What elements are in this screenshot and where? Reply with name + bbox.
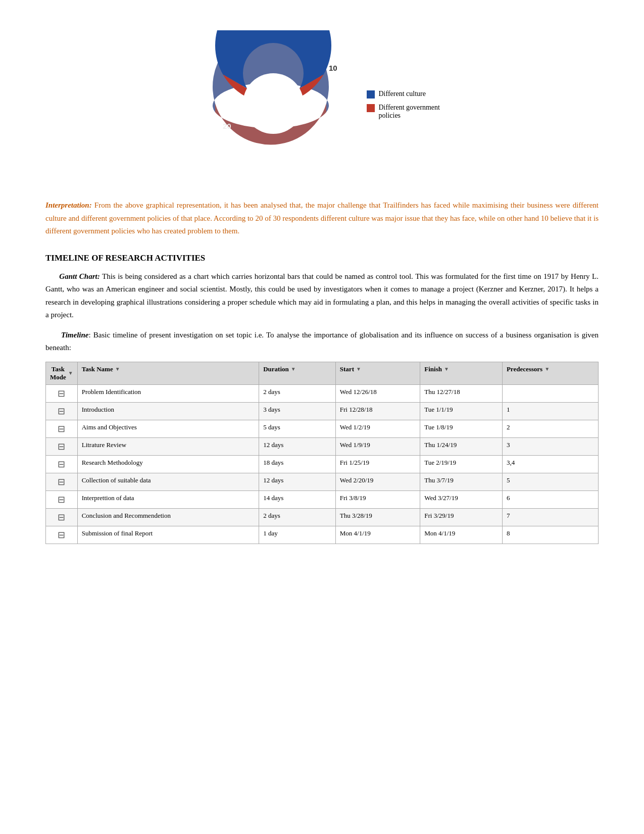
task-mode-icon: ⊟ [58,477,65,487]
task-start-cell: Mon 4/1/19 [335,526,420,544]
task-duration-cell: 12 days [259,473,336,490]
th-start[interactable]: Start ▼ [335,362,420,384]
legend-color-government [367,104,375,112]
table-row: ⊟Litrature Review12 daysWed 1/9/19Thu 1/… [46,437,599,455]
th-duration[interactable]: Duration ▼ [259,362,336,384]
task-name-cell: Aims and Objectives [77,420,259,437]
task-predecessors-cell: 2 [502,420,598,437]
table-row: ⊟Research Methodology18 daysFri 1/25/19T… [46,455,599,473]
th-task-mode-arrow[interactable]: ▼ [68,370,73,376]
chart-section: 10 20 [45,30,599,179]
gantt-description: Gantt Chart: This is being considered as… [45,270,599,322]
task-mode-cell: ⊟ [46,455,78,473]
timeline-heading: TIMELINE OF RESEARCH ACTIVITIES [45,253,599,263]
task-duration-cell: 18 days [259,455,336,473]
th-task-name-arrow[interactable]: ▼ [115,366,120,372]
task-start-cell: Fri 1/25/19 [335,455,420,473]
task-finish-cell: Tue 1/1/19 [420,402,503,420]
task-duration-cell: 3 days [259,402,336,420]
legend-item-culture: Different culture [367,90,450,99]
task-mode-cell: ⊟ [46,526,78,544]
task-mode-cell: ⊟ [46,508,78,526]
task-mode-cell: ⊟ [46,402,78,420]
task-mode-icon: ⊟ [58,530,65,540]
svg-point-3 [243,73,304,134]
th-task-mode-label: Task Mode [50,365,66,381]
task-predecessors-cell: 7 [502,508,598,526]
task-mode-icon: ⊟ [58,406,65,416]
table-row: ⊟Introduction3 daysFri 12/28/18Tue 1/1/1… [46,402,599,420]
task-predecessors-cell: 8 [502,526,598,544]
svg-text:20: 20 [223,122,231,130]
task-predecessors-cell: 5 [502,473,598,490]
th-predecessors[interactable]: Predecessors ▼ [502,362,598,384]
task-mode-icon: ⊟ [58,459,65,469]
task-name-cell: Research Methodology [77,455,259,473]
legend-item-government: Different government policies [367,104,450,120]
th-task-name-label: Task Name [82,365,113,373]
task-predecessors-cell: 3,4 [502,455,598,473]
task-predecessors-cell: 1 [502,402,598,420]
timeline-description: Timeline: Basic timeline of present inve… [45,329,599,355]
th-duration-label: Duration [263,365,289,373]
svg-text:10: 10 [329,64,337,72]
task-start-cell: Wed 2/20/19 [335,473,420,490]
interpretation-label: Interpretation: [45,201,92,209]
th-finish[interactable]: Finish ▼ [420,362,503,384]
task-name-cell: Introduction [77,402,259,420]
task-predecessors-cell [502,384,598,402]
interpretation-text: From the above graphical representation,… [45,201,599,235]
th-finish-arrow[interactable]: ▼ [444,366,449,372]
task-mode-cell: ⊟ [46,473,78,490]
table-row: ⊟Collection of suitable data12 daysWed 2… [46,473,599,490]
task-mode-icon: ⊟ [58,388,65,399]
task-finish-cell: Wed 3/27/19 [420,490,503,508]
timeline-label: Timeline [61,331,88,339]
task-finish-cell: Thu 12/27/18 [420,384,503,402]
task-mode-icon: ⊟ [58,441,65,452]
task-start-cell: Fri 12/28/18 [335,402,420,420]
table-row: ⊟Conclusion and Recommendetion2 daysThu … [46,508,599,526]
task-name-cell: Litrature Review [77,437,259,455]
task-start-cell: Thu 3/28/19 [335,508,420,526]
table-row: ⊟Aims and Objectives5 daysWed 1/2/19Tue … [46,420,599,437]
task-finish-cell: Tue 2/19/19 [420,455,503,473]
task-finish-cell: Fri 3/29/19 [420,508,503,526]
th-start-label: Start [340,365,354,373]
task-mode-icon: ⊟ [58,424,65,434]
task-finish-cell: Thu 3/7/19 [420,473,503,490]
task-predecessors-cell: 3 [502,437,598,455]
task-mode-icon: ⊟ [58,495,65,505]
th-task-mode[interactable]: Task Mode ▼ [46,362,78,384]
task-predecessors-cell: 6 [502,490,598,508]
table-row: ⊟Submission of final Report1 dayMon 4/1/… [46,526,599,544]
chart-legend: Different culture Different government p… [367,90,450,120]
legend-label-government: Different government policies [379,104,450,120]
th-predecessors-arrow[interactable]: ▼ [544,366,550,372]
task-start-cell: Fri 3/8/19 [335,490,420,508]
task-finish-cell: Mon 4/1/19 [420,526,503,544]
th-predecessors-label: Predecessors [507,365,542,373]
task-start-cell: Wed 1/2/19 [335,420,420,437]
task-mode-cell: ⊟ [46,437,78,455]
table-row: ⊟Problem Identification2 daysWed 12/26/1… [46,384,599,402]
task-mode-cell: ⊟ [46,490,78,508]
table-row: ⊟Interprettion of data14 daysFri 3/8/19W… [46,490,599,508]
legend-color-culture [367,90,375,99]
table-header-row: Task Mode ▼ Task Name ▼ Duration ▼ Start [46,362,599,384]
donut-chart-better: 10 20 [195,30,352,179]
task-mode-icon: ⊟ [58,512,65,522]
th-task-name[interactable]: Task Name ▼ [77,362,259,384]
timeline-text: : Basic timeline of present investigatio… [45,331,599,352]
gantt-label: Gantt Chart: [59,272,100,280]
task-duration-cell: 5 days [259,420,336,437]
th-duration-arrow[interactable]: ▼ [291,366,296,372]
gantt-table: Task Mode ▼ Task Name ▼ Duration ▼ Start [45,362,599,544]
task-duration-cell: 2 days [259,508,336,526]
th-start-arrow[interactable]: ▼ [356,366,361,372]
task-start-cell: Wed 12/26/18 [335,384,420,402]
task-name-cell: Problem Identification [77,384,259,402]
task-mode-cell: ⊟ [46,420,78,437]
task-start-cell: Wed 1/9/19 [335,437,420,455]
task-name-cell: Collection of suitable data [77,473,259,490]
